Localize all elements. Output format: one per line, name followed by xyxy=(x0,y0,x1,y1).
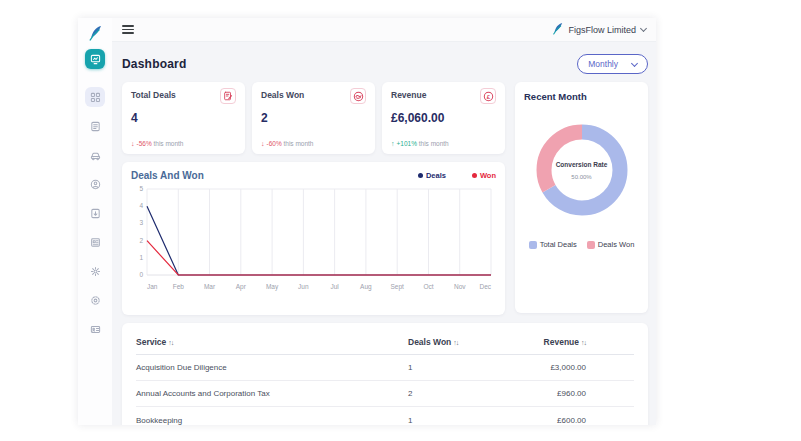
main-content: Dashboard Monthly Total Deals 4 ↓ -56% t… xyxy=(112,42,656,425)
deals-won-cell: 1 xyxy=(408,363,520,372)
svg-text:£: £ xyxy=(486,93,490,99)
hamburger-icon[interactable] xyxy=(122,23,134,35)
sort-icon[interactable]: ↑↓ xyxy=(581,339,586,346)
stat-title: Deals Won xyxy=(261,90,304,100)
sort-icon[interactable]: ↑↓ xyxy=(453,339,458,346)
sidebar-item-news-document[interactable] xyxy=(85,232,105,252)
stat-change: ↓ -56% this month xyxy=(131,140,183,147)
donut-center-labels: Conversion Rate 50.00% xyxy=(530,118,634,222)
sidebar-item-gear[interactable] xyxy=(85,261,105,281)
stat-change-pct: +101% xyxy=(397,140,417,147)
sidebar-item-id-card[interactable] xyxy=(85,319,105,339)
pound-circle-icon: £ xyxy=(480,88,496,104)
revenue-cell: £600.00 xyxy=(520,416,634,425)
table-row[interactable]: Bookkeeping1£600.00 xyxy=(136,407,634,425)
service-cell: Acquisition Due Diligence xyxy=(136,363,408,372)
services-table-card: Service↑↓Deals Won↑↓Revenue↑↓Acquisition… xyxy=(122,323,648,425)
column-header-revenue[interactable]: Revenue↑↓ xyxy=(520,337,634,347)
table-row[interactable]: Acquisition Due Diligence1£3,000.00 xyxy=(136,355,634,381)
sidebar-item-file-export[interactable] xyxy=(85,203,105,223)
feather-logo-icon xyxy=(552,21,563,39)
arrow-up-icon: ↑ xyxy=(391,140,395,147)
account-menu[interactable]: FigsFlow Limited xyxy=(552,21,646,39)
column-header-label: Service xyxy=(136,337,166,347)
id-card-icon xyxy=(90,324,101,335)
legend-swatch-icon xyxy=(587,241,595,249)
sidebar-item-car[interactable] xyxy=(85,145,105,165)
donut-chart: Conversion Rate 50.00% xyxy=(530,118,634,222)
page-title: Dashboard xyxy=(122,57,186,71)
stat-card-deals-won: Deals Won 2 ↓ -60% this month xyxy=(252,82,375,154)
stat-card-header: Revenue £ xyxy=(391,90,496,104)
line-chart-title: Deals And Won xyxy=(131,170,204,181)
period-select[interactable]: Monthly xyxy=(577,54,648,74)
donut-legend: Total DealsDeals Won xyxy=(524,240,639,249)
line-chart-legend: DealsWon xyxy=(418,171,496,180)
column-header-deals-won[interactable]: Deals Won↑↓ xyxy=(408,337,520,347)
svg-text:4: 4 xyxy=(139,202,143,209)
svg-text:Aug: Aug xyxy=(360,283,372,291)
stat-value: 2 xyxy=(261,111,366,125)
line-chart: 012345JanFebMarAprMayJunJulAugSeptOctNov… xyxy=(131,181,496,303)
column-header-service[interactable]: Service↑↓ xyxy=(136,337,408,347)
svg-text:Oct: Oct xyxy=(423,283,433,290)
svg-text:Jul: Jul xyxy=(330,283,339,290)
legend-swatch-icon xyxy=(529,241,537,249)
title-row: Dashboard Monthly xyxy=(122,54,648,74)
sidebar-item-dashboard-monitor[interactable] xyxy=(85,49,105,69)
legend-dot-icon xyxy=(472,173,477,178)
svg-text:Sept: Sept xyxy=(390,283,404,291)
svg-text:5: 5 xyxy=(139,185,143,192)
deals-won-cell: 2 xyxy=(408,389,520,398)
content-grid: Total Deals 4 ↓ -56% this month Deals Wo… xyxy=(122,82,648,315)
conversion-rate-label: Conversion Rate xyxy=(556,161,608,168)
stats-row: Total Deals 4 ↓ -56% this month Deals Wo… xyxy=(122,82,505,154)
document-pen-icon xyxy=(220,88,236,104)
donut-card: Recent Month Conversion Rate 50.00% Tota… xyxy=(515,82,648,313)
legend-label: Won xyxy=(480,171,496,180)
service-cell: Bookkeeping xyxy=(136,416,408,425)
service-cell: Annual Accounts and Corporation Tax xyxy=(136,389,408,398)
column-header-label: Revenue xyxy=(544,337,579,347)
conversion-rate-value: 50.00% xyxy=(571,174,591,180)
svg-text:Nov: Nov xyxy=(454,283,466,290)
sidebar-item-document[interactable] xyxy=(85,116,105,136)
svg-text:Jun: Jun xyxy=(298,283,309,290)
sort-icon[interactable]: ↑↓ xyxy=(168,339,173,346)
table-row[interactable]: Annual Accounts and Corporation Tax2£960… xyxy=(136,381,634,407)
legend-item-won[interactable]: Won xyxy=(472,171,496,180)
donut-legend-item-deals-won[interactable]: Deals Won xyxy=(587,240,635,249)
stat-change: ↓ -60% this month xyxy=(261,140,313,147)
deals-won-cell: 1 xyxy=(408,416,520,425)
legend-dot-icon xyxy=(418,173,423,178)
sidebar xyxy=(78,18,112,425)
legend-item-deals[interactable]: Deals xyxy=(418,171,446,180)
gear-icon xyxy=(90,266,101,277)
stat-card-header: Total Deals xyxy=(131,90,236,104)
donut-legend-item-total-deals[interactable]: Total Deals xyxy=(529,240,577,249)
period-selected-value: Monthly xyxy=(588,59,618,69)
apps-grid-icon xyxy=(90,92,101,103)
dashboard-monitor-icon xyxy=(90,54,101,65)
svg-text:Dec: Dec xyxy=(479,283,491,290)
stat-change-suffix: this month xyxy=(152,140,184,147)
svg-text:Apr: Apr xyxy=(236,283,247,291)
legend-label: Deals xyxy=(426,171,446,180)
sidebar-item-gear-outline[interactable] xyxy=(85,290,105,310)
stat-value: 4 xyxy=(131,111,236,125)
feather-logo-icon xyxy=(87,25,103,41)
sidebar-item-user-circle[interactable] xyxy=(85,174,105,194)
chevron-down-icon xyxy=(640,25,647,32)
donut-title: Recent Month xyxy=(524,91,639,102)
svg-text:Mar: Mar xyxy=(204,283,216,290)
stat-change-suffix: this month xyxy=(282,140,314,147)
news-document-icon xyxy=(90,237,101,248)
legend-label: Deals Won xyxy=(598,240,635,249)
svg-text:Jan: Jan xyxy=(147,283,158,290)
revenue-cell: £960.00 xyxy=(520,389,634,398)
revenue-cell: £3,000.00 xyxy=(520,363,634,372)
stat-card-revenue: Revenue £ £6,060.00 ↑ +101% this month xyxy=(382,82,505,154)
stat-change-suffix: this month xyxy=(417,140,449,147)
line-chart-card: Deals And Won DealsWon 012345JanFebMarAp… xyxy=(122,162,505,315)
sidebar-item-apps-grid[interactable] xyxy=(85,87,105,107)
